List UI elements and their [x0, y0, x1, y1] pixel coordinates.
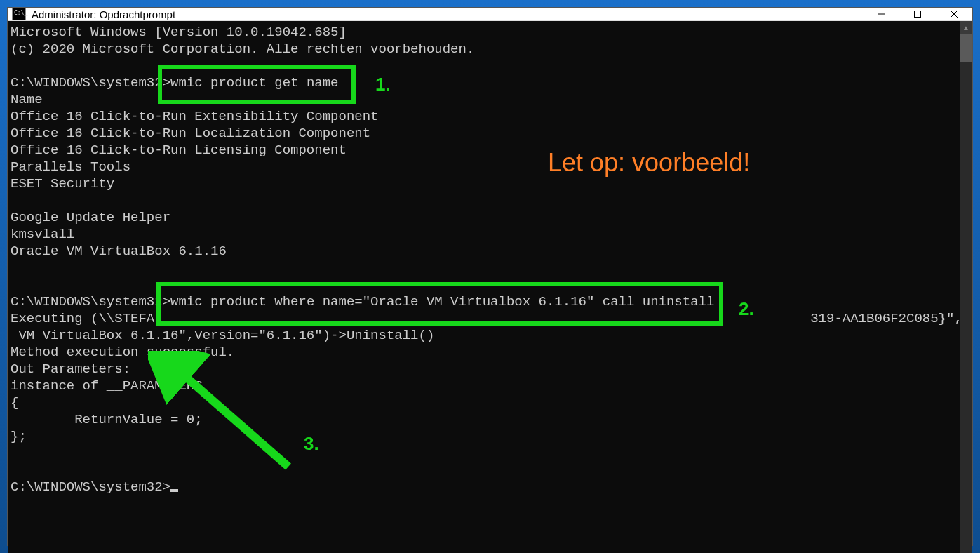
cmd-window: Administrator: Opdrachtprompt Microsoft … — [7, 7, 973, 546]
output-row: Google Update Helper — [11, 210, 170, 225]
return-value: ReturnValue = 0; — [11, 412, 203, 427]
command-2: wmic product where name="Oracle VM Virtu… — [170, 294, 714, 309]
scroll-thumb[interactable] — [960, 34, 972, 62]
method-success: Method execution successful. — [11, 345, 234, 360]
prompt-1: C:\WINDOWS\system32> — [11, 75, 170, 91]
cursor — [170, 489, 178, 492]
exec-line-b: 319-AA1B06F2C085}",Name="Oracle — [810, 311, 960, 326]
terminal-output[interactable]: Microsoft Windows [Version 10.0.19042.68… — [8, 21, 960, 553]
prompt-3: C:\WINDOWS\system32> — [11, 479, 170, 495]
prompt-2: C:\WINDOWS\system32> — [11, 294, 170, 309]
maximize-button[interactable] — [899, 8, 936, 20]
output-row: Office 16 Click-to-Run Licensing Compone… — [11, 142, 347, 158]
exec-line-a: Executing (\\STEFA — [11, 311, 154, 326]
annotation-1: 1. — [375, 76, 391, 93]
terminal-area: Microsoft Windows [Version 10.0.19042.68… — [8, 21, 972, 553]
scroll-up-button[interactable]: ▲ — [960, 21, 972, 34]
brace-close: }; — [11, 429, 27, 444]
cmd-icon — [12, 8, 26, 20]
scrollbar[interactable]: ▲ ▼ — [960, 21, 972, 553]
output-row: kmsvlall — [11, 227, 74, 242]
output-header: Name — [11, 92, 43, 107]
warning-text: Let op: voorbeeld! — [548, 154, 750, 171]
annotation-2: 2. — [739, 300, 754, 317]
annotation-3: 3. — [304, 435, 319, 452]
instance-line: instance of __PARAMETERS — [11, 378, 203, 394]
output-row: ESET Security — [11, 176, 114, 192]
command-1: wmic product get name — [170, 75, 338, 91]
output-row: Office 16 Click-to-Run Localization Comp… — [11, 126, 370, 141]
window-title: Administrator: Opdrachtprompt — [32, 8, 863, 20]
minimize-button[interactable] — [863, 8, 899, 20]
close-button[interactable] — [936, 8, 972, 20]
version-line: Microsoft Windows [Version 10.0.19042.68… — [11, 25, 347, 40]
output-row: Office 16 Click-to-Run Extensibility Com… — [11, 109, 379, 124]
window-controls — [863, 8, 972, 20]
output-row: Oracle VM VirtualBox 6.1.16 — [11, 244, 227, 259]
output-row: Parallels Tools — [11, 159, 130, 175]
title-bar[interactable]: Administrator: Opdrachtprompt — [8, 8, 972, 21]
copyright-line: (c) 2020 Microsoft Corporation. Alle rec… — [11, 41, 474, 57]
exec-line-2: VM VirtualBox 6.1.16",Version="6.1.16")-… — [11, 328, 434, 343]
brace-open: { — [11, 395, 18, 411]
svg-rect-1 — [915, 11, 921, 18]
out-params: Out Parameters: — [11, 361, 130, 377]
